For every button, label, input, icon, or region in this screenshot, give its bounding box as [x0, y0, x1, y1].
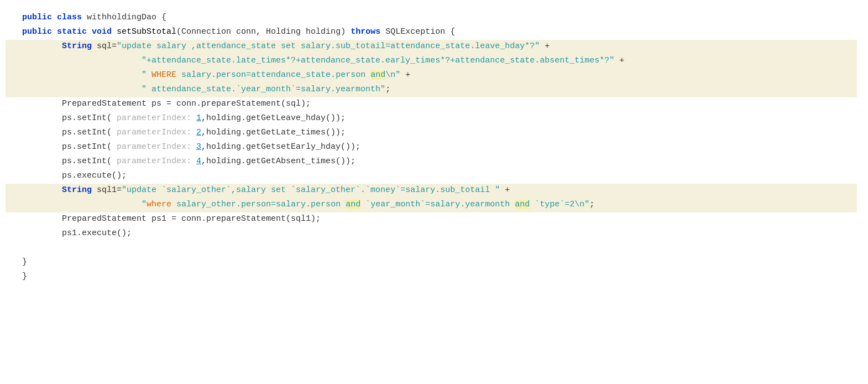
- token-str: ": [142, 70, 151, 80]
- token-normal: ps.execute();: [62, 171, 127, 180]
- line-content: }: [22, 270, 857, 283]
- token-kw: void: [92, 27, 117, 37]
- token-normal: ps = conn.prepareStatement(sql);: [151, 99, 311, 108]
- token-normal: ps.setInt(: [62, 142, 112, 152]
- line-content: PreparedStatement ps = conn.prepareState…: [22, 97, 857, 111]
- line-content: [22, 241, 857, 255]
- token-kw: static: [57, 27, 92, 37]
- token-normal: ;: [589, 200, 594, 209]
- code-line: "where salary_other.person=salary.person…: [6, 198, 857, 212]
- token-normal: withholdingDao {: [87, 13, 166, 22]
- token-normal: }: [22, 272, 27, 281]
- code-line: PreparedStatement ps = conn.prepareState…: [6, 97, 857, 112]
- token-kw: throws: [351, 27, 385, 37]
- token-param-num: 4: [196, 157, 201, 166]
- line-content: "+attendance_state.late_times*?+attendan…: [22, 54, 857, 68]
- line-content: ps.execute();: [22, 169, 857, 183]
- token-param-hint: parameterIndex:: [112, 113, 196, 123]
- line-content: PreparedStatement ps1 = conn.prepareStat…: [22, 212, 857, 226]
- token-normal: ,holding.getGetLeave_hday());: [201, 113, 346, 123]
- token-kw: class: [57, 13, 87, 22]
- token-param-hint: parameterIndex:: [112, 128, 196, 137]
- line-content: ps1.execute();: [22, 227, 857, 240]
- token-and-highlight: and: [515, 200, 530, 209]
- token-param-num: 2: [196, 128, 201, 137]
- code-line: public static void setSubStotal(Connecti…: [6, 25, 857, 40]
- code-line: "+attendance_state.late_times*?+attendan…: [6, 54, 857, 69]
- token-param-hint: parameterIndex:: [112, 157, 196, 166]
- token-normal: sql=: [97, 41, 117, 51]
- token-normal: ,holding.getGetsetEarly_hday());: [201, 142, 360, 152]
- token-normal: sql1=: [97, 185, 122, 195]
- line-content: ps.setInt( parameterIndex: 2,holding.get…: [22, 126, 857, 139]
- token-str: `type`=2\n": [530, 200, 589, 209]
- token-normal: ps1 = conn.prepareStatement(sql1);: [151, 214, 321, 224]
- token-and-highlight: and: [346, 200, 360, 209]
- token-str: ": [142, 200, 147, 209]
- line-content: ps.setInt( parameterIndex: 3,holding.get…: [22, 141, 857, 154]
- code-line: ps.setInt( parameterIndex: 2,holding.get…: [6, 126, 857, 141]
- code-line: ps.setInt( parameterIndex: 3,holding.get…: [6, 141, 857, 155]
- token-str: "update `salary_other`,salary set `salar…: [122, 185, 500, 195]
- line-content: public class withholdingDao {: [22, 11, 857, 24]
- line-content: String sql1="update `salary_other`,salar…: [22, 184, 857, 197]
- token-kw: public: [22, 13, 57, 22]
- token-normal: +: [500, 185, 510, 195]
- token-normal: PreparedStatement: [62, 214, 151, 224]
- code-line: ps1.execute();: [6, 227, 857, 241]
- token-normal: ,holding.getGetLate_times());: [201, 128, 346, 137]
- code-line: ps.execute();: [6, 169, 857, 184]
- token-normal: ps.setInt(: [62, 128, 112, 137]
- line-content: String sql="update salary ,attendance_st…: [22, 40, 857, 53]
- token-kw-orange: WHERE: [151, 70, 176, 80]
- code-lines: public class withholdingDao {public stat…: [6, 11, 857, 284]
- token-and-highlight: and: [370, 70, 385, 80]
- token-str: " attendance_state.`year_month`=salary.y…: [142, 85, 385, 94]
- code-line: ps.setInt( parameterIndex: 1,holding.get…: [6, 112, 857, 126]
- line-content: }: [22, 256, 857, 269]
- code-line: public class withholdingDao {: [6, 11, 857, 25]
- token-method: setSubStotal: [117, 27, 176, 37]
- token-kw: public: [22, 27, 57, 37]
- token-kw: String: [62, 185, 97, 195]
- token-param-hint: parameterIndex:: [112, 142, 196, 152]
- code-line: " WHERE salary.person=attendance_state.p…: [6, 69, 857, 83]
- code-line: " attendance_state.`year_month`=salary.y…: [6, 83, 857, 97]
- token-normal: +: [540, 41, 550, 51]
- token-param-num: 1: [196, 113, 201, 123]
- token-normal: ,holding.getGetAbsent_times());: [201, 157, 355, 166]
- line-content: " attendance_state.`year_month`=salary.y…: [22, 83, 857, 96]
- token-normal: ;: [385, 85, 390, 94]
- code-line: ps.setInt( parameterIndex: 4,holding.get…: [6, 155, 857, 169]
- code-line: String sql1="update `salary_other`,salar…: [6, 184, 857, 198]
- token-param-num: 3: [196, 142, 201, 152]
- token-normal: ps.setInt(: [62, 157, 112, 166]
- line-content: public static void setSubStotal(Connecti…: [22, 25, 857, 39]
- code-line: PreparedStatement ps1 = conn.prepareStat…: [6, 212, 857, 227]
- token-normal: PreparedStatement: [62, 99, 151, 108]
- token-normal: +: [400, 70, 410, 80]
- token-kw: String: [62, 41, 97, 51]
- token-kw-orange: where: [147, 200, 171, 209]
- token-str: salary.person=attendance_state.person: [176, 70, 370, 80]
- code-line: }: [6, 256, 857, 270]
- token-str: "update salary ,attendance_state set sal…: [117, 41, 540, 51]
- token-str: \n": [385, 70, 400, 80]
- code-line: }: [6, 270, 857, 284]
- code-line: String sql="update salary ,attendance_st…: [6, 40, 857, 54]
- token-str: salary_other.person=salary.person: [171, 200, 346, 209]
- token-str: "+attendance_state.late_times*?+attendan…: [142, 56, 614, 65]
- line-content: " WHERE salary.person=attendance_state.p…: [22, 69, 857, 82]
- token-normal: (Connection conn, Holding holding): [176, 27, 351, 37]
- token-normal: +: [614, 56, 624, 65]
- code-editor: public class withholdingDao {public stat…: [0, 0, 868, 384]
- token-normal: }: [22, 257, 27, 267]
- token-normal: SQLException {: [385, 27, 455, 37]
- code-line: [6, 241, 857, 256]
- token-normal: ps1.execute();: [62, 229, 132, 238]
- line-content: ps.setInt( parameterIndex: 4,holding.get…: [22, 155, 857, 168]
- line-content: ps.setInt( parameterIndex: 1,holding.get…: [22, 112, 857, 125]
- token-normal: ps.setInt(: [62, 113, 112, 123]
- token-str: `year_month`=salary.yearmonth: [360, 200, 515, 209]
- line-content: "where salary_other.person=salary.person…: [22, 198, 857, 211]
